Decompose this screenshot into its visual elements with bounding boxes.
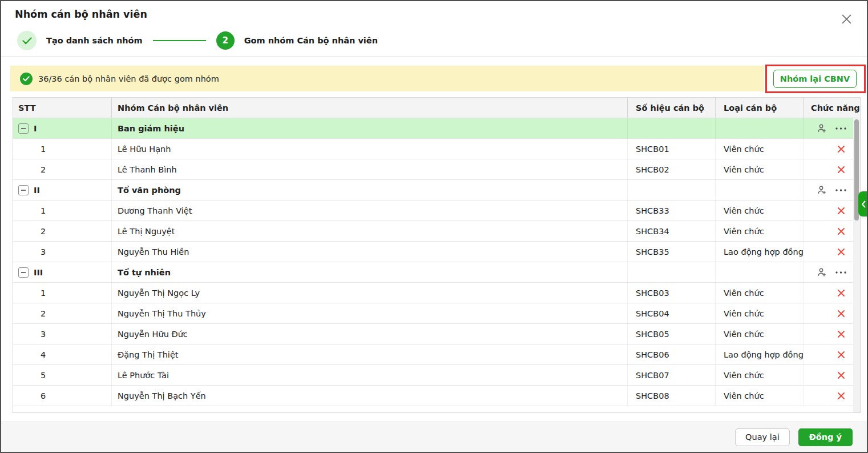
member-name-cell: Lê Thị Nguyệt (112, 221, 628, 241)
member-row: 1Lê Hữu HạnhSHCB01Viên chức (13, 139, 860, 159)
member-name-cell: Dương Thanh Việt (112, 201, 628, 221)
more-actions-icon[interactable] (835, 189, 846, 191)
collapse-minus-icon[interactable] (18, 123, 29, 134)
group-actions-cell (804, 262, 853, 282)
group-actions-cell (804, 118, 853, 138)
alert-message: 36/36 cán bộ nhân viên đã được gom nhóm (38, 74, 219, 83)
remove-member-icon[interactable] (837, 289, 845, 297)
table-scrollbar[interactable] (853, 118, 860, 412)
member-actions-cell (804, 303, 853, 323)
group-code-cell (628, 262, 716, 282)
member-name-cell: Nguyễn Thị Bạch Yến (112, 386, 628, 406)
more-actions-icon[interactable] (835, 271, 846, 274)
member-stt-cell: 6 (13, 386, 112, 406)
member-stt-cell: 2 (13, 159, 112, 179)
member-type-cell: Viên chức (716, 324, 804, 344)
stepper: Tạo danh sách nhóm 2 Gom nhóm Cán bộ nhâ… (17, 31, 378, 50)
dialog-title: Nhóm cán bộ nhân viên (15, 9, 147, 20)
collapse-minus-icon[interactable] (18, 267, 29, 278)
member-code-cell: SHCB35 (628, 242, 716, 262)
member-actions-cell (804, 201, 853, 221)
member-stt-cell: 1 (13, 201, 112, 221)
header-divider (1, 56, 867, 57)
collapse-panel-tab[interactable] (858, 191, 868, 217)
member-row: 6Nguyễn Thị Bạch YếnSHCB08Viên chức (13, 386, 860, 406)
group-code-cell (628, 118, 716, 138)
member-actions-cell (804, 344, 853, 364)
step-2-number: 2 (222, 35, 228, 46)
member-stt-cell: 1 (13, 283, 112, 303)
group-name-cell: Ban giám hiệu (112, 118, 628, 138)
member-actions-cell (804, 139, 853, 159)
member-actions-cell (804, 242, 853, 262)
back-button[interactable]: Quay lại (735, 428, 790, 446)
remove-member-icon[interactable] (837, 392, 845, 400)
group-index: III (34, 268, 43, 277)
partial-row (13, 406, 860, 413)
member-row: 5Lê Phước TàiSHCB07Viên chức (13, 365, 860, 386)
step-2-circle: 2 (216, 31, 235, 50)
remove-member-icon[interactable] (837, 248, 845, 256)
confirm-button[interactable]: Đồng ý (798, 428, 853, 446)
member-code-cell: SHCB04 (628, 303, 716, 323)
member-row: 1Nguyễn Thị Ngọc LySHCB03Viên chức (13, 283, 860, 303)
group-stt-cell: II (13, 180, 112, 200)
member-type-cell: Viên chức (716, 139, 804, 159)
member-code-cell: SHCB01 (628, 139, 716, 159)
step-2-label: Gom nhóm Cán bộ nhân viên (244, 36, 378, 45)
staff-group-dialog: Nhóm cán bộ nhân viên Tạo danh sách nhóm… (0, 0, 868, 453)
member-stt-cell: 2 (13, 303, 112, 323)
member-actions-cell (804, 324, 853, 344)
member-type-cell: Viên chức (716, 159, 804, 179)
member-name-cell: Nguyễn Thu Hiền (112, 242, 628, 262)
group-row[interactable]: IBan giám hiệu (13, 118, 860, 139)
close-icon[interactable] (838, 11, 854, 27)
member-stt-cell: 1 (13, 139, 112, 159)
group-row[interactable]: IITổ văn phòng (13, 180, 860, 201)
remove-member-icon[interactable] (837, 145, 845, 153)
step-1-done-check-icon (17, 31, 37, 50)
remove-member-icon[interactable] (837, 166, 845, 174)
collapse-minus-icon[interactable] (18, 185, 29, 195)
group-name-cell: Tổ văn phòng (112, 180, 628, 200)
member-code-cell: SHCB34 (628, 221, 716, 241)
add-person-icon[interactable] (817, 185, 826, 195)
add-person-icon[interactable] (817, 267, 826, 277)
success-alert-bar: 36/36 cán bộ nhân viên đã được gom nhóm (10, 66, 764, 91)
member-type-cell: Viên chức (716, 201, 804, 221)
group-row[interactable]: IIITổ tự nhiên (13, 262, 860, 283)
member-type-cell: Viên chức (716, 303, 804, 323)
member-actions-cell (804, 159, 853, 179)
remove-member-icon[interactable] (837, 227, 845, 235)
member-type-cell: Viên chức (716, 221, 804, 241)
member-code-cell: SHCB05 (628, 324, 716, 344)
add-person-icon[interactable] (817, 123, 826, 133)
member-actions-cell (804, 221, 853, 241)
member-name-cell: Lê Hữu Hạnh (112, 139, 628, 159)
group-actions-cell (804, 180, 853, 200)
member-row: 2Lê Thanh BìnhSHCB02Viên chức (13, 159, 860, 180)
group-type-cell (716, 262, 804, 282)
col-header-code: Số hiệu cán bộ (628, 98, 716, 118)
step-1-label: Tạo danh sách nhóm (46, 36, 143, 45)
remove-member-icon[interactable] (837, 330, 845, 338)
remove-member-icon[interactable] (837, 351, 845, 359)
member-name-cell: Lê Thanh Bình (112, 159, 628, 179)
remove-member-icon[interactable] (837, 207, 845, 215)
group-name-cell: Tổ tự nhiên (112, 262, 628, 282)
remove-member-icon[interactable] (837, 310, 845, 318)
col-header-group: Nhóm Cán bộ nhân viên (112, 98, 628, 118)
remove-member-icon[interactable] (837, 371, 845, 379)
member-row: 3Nguyễn Thu HiềnSHCB35Lao động hợp đồng (13, 242, 860, 262)
member-type-cell: Viên chức (716, 386, 804, 406)
regroup-button[interactable]: Nhóm lại CBNV (773, 70, 857, 88)
member-stt-cell: 3 (13, 324, 112, 344)
staff-group-table: STT Nhóm Cán bộ nhân viên Số hiệu cán bộ… (13, 97, 861, 413)
member-row: 2Lê Thị NguyệtSHCB34Viên chức (13, 221, 860, 242)
group-stt-cell: I (13, 118, 112, 138)
member-type-cell: Lao động hợp đồng (716, 242, 804, 262)
more-actions-icon[interactable] (835, 127, 846, 130)
member-type-cell: Viên chức (716, 283, 804, 303)
member-row: 4Đặng Thị ThiệtSHCB06Lao động hợp đồng (13, 344, 860, 365)
member-stt-cell: 3 (13, 242, 112, 262)
